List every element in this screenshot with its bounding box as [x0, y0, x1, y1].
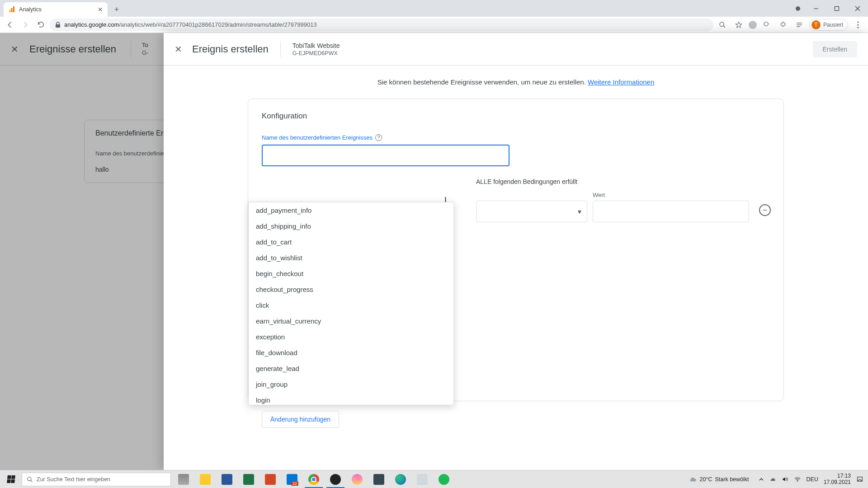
- nav-reload-button[interactable]: [34, 19, 47, 31]
- extension-icon-2[interactable]: [760, 19, 773, 31]
- svg-point-18: [797, 481, 798, 482]
- add-change-button[interactable]: Änderung hinzufügen: [262, 411, 339, 428]
- edge-icon[interactable]: [390, 470, 411, 488]
- svg-line-9: [723, 26, 725, 28]
- create-button[interactable]: Erstellen: [813, 41, 857, 57]
- config-card: Konfiguration Name des benutzerdefiniert…: [248, 99, 784, 401]
- svg-point-8: [720, 22, 724, 26]
- excel-icon[interactable]: [238, 470, 259, 488]
- svg-rect-0: [9, 10, 10, 12]
- search-icon: [27, 476, 33, 483]
- svg-point-16: [28, 477, 31, 480]
- dropdown-list[interactable]: add_payment_infoadd_shipping_infoadd_to_…: [249, 202, 453, 405]
- language-indicator[interactable]: DEU: [807, 476, 818, 483]
- svg-rect-1: [11, 8, 13, 12]
- info-text: Sie können bestehende Ereignisse verwend…: [164, 78, 868, 86]
- taskbar-clock[interactable]: 17:13 17.09.2021: [824, 473, 851, 486]
- value-label: Wert: [593, 192, 605, 198]
- svg-rect-4: [835, 6, 839, 10]
- start-button[interactable]: [0, 470, 22, 488]
- obs-icon[interactable]: [325, 470, 346, 488]
- search-placeholder: Zur Suche Text hier eingeben: [37, 476, 110, 483]
- help-icon[interactable]: ?: [375, 134, 382, 141]
- tab-close-icon[interactable]: ✕: [98, 6, 103, 13]
- tray-chevron-icon[interactable]: [759, 477, 764, 482]
- nav-back-button[interactable]: [4, 19, 16, 31]
- dropdown-option[interactable]: checkout_progress: [249, 282, 453, 297]
- svg-point-13: [857, 21, 859, 23]
- dropdown-option[interactable]: click: [249, 297, 453, 313]
- task-view-button[interactable]: [173, 470, 194, 488]
- browser-tab[interactable]: Analytics ✕: [4, 2, 108, 17]
- extensions-puzzle-icon[interactable]: [777, 19, 789, 31]
- dropdown-option[interactable]: add_to_cart: [249, 234, 453, 250]
- tab-search-icon[interactable]: [796, 6, 800, 11]
- zoom-icon[interactable]: [716, 19, 729, 31]
- property-id: G-EJPMED6PWX: [292, 50, 340, 56]
- profile-chip[interactable]: T Pausiert: [809, 19, 848, 31]
- address-bar[interactable]: analytics.google.com/analytics/web/#/a20…: [50, 19, 713, 31]
- svg-point-14: [857, 24, 859, 25]
- dropdown-option[interactable]: generate_lead: [249, 361, 453, 376]
- notepad-icon[interactable]: [411, 470, 433, 488]
- bookmark-star-icon[interactable]: [732, 19, 745, 31]
- mail-icon[interactable]: 22: [281, 470, 303, 488]
- extension-icon-1[interactable]: [749, 21, 757, 29]
- dropdown-option[interactable]: add_shipping_info: [249, 218, 453, 234]
- dropdown-option[interactable]: add_payment_info: [249, 202, 453, 218]
- volume-icon[interactable]: [782, 476, 788, 483]
- svg-rect-7: [56, 24, 60, 28]
- taskbar-search[interactable]: Zur Suche Text hier eingeben: [22, 473, 171, 486]
- dropdown-option[interactable]: begin_checkout: [249, 266, 453, 282]
- window-close[interactable]: [847, 0, 868, 17]
- new-tab-button[interactable]: +: [110, 3, 123, 16]
- reading-list-icon[interactable]: [793, 19, 806, 31]
- card-title: Konfiguration: [262, 112, 770, 121]
- weather-temp: 20°C: [700, 476, 712, 483]
- chevron-down-icon: ▾: [578, 207, 581, 216]
- chrome-icon[interactable]: [303, 470, 325, 488]
- app-icon-2[interactable]: [368, 470, 390, 488]
- file-explorer-icon[interactable]: [194, 470, 216, 488]
- clock-time: 17:13: [824, 473, 851, 479]
- chrome-menu-icon[interactable]: [852, 19, 864, 31]
- windows-logo-icon: [7, 475, 15, 483]
- notifications-icon[interactable]: [856, 476, 863, 483]
- dropdown-option[interactable]: exception: [249, 329, 453, 345]
- wifi-icon[interactable]: [794, 476, 801, 483]
- lock-icon: [55, 22, 61, 28]
- name-field-label: Name des benutzerdefinierten Ereignisses…: [262, 134, 770, 141]
- svg-rect-2: [13, 6, 14, 12]
- url-host: analytics.google.com: [64, 21, 119, 28]
- window-minimize[interactable]: [806, 0, 826, 17]
- word-icon[interactable]: [216, 470, 238, 488]
- analytics-favicon: [8, 6, 15, 13]
- panel-title: Ereignis erstellen: [192, 43, 269, 55]
- onedrive-icon[interactable]: [769, 476, 776, 483]
- spotify-icon[interactable]: [433, 470, 455, 488]
- event-name-input[interactable]: [262, 145, 509, 166]
- app-icon-1[interactable]: [346, 470, 368, 488]
- profile-status: Pausiert: [823, 22, 843, 28]
- event-name-dropdown: add_payment_infoadd_shipping_infoadd_to_…: [248, 202, 454, 405]
- powerpoint-icon[interactable]: [259, 470, 281, 488]
- url-path: /analytics/web/#/a207770401p286617029/ad…: [119, 21, 316, 28]
- operator-select[interactable]: ▾: [476, 201, 587, 222]
- info-link[interactable]: Weitere Informationen: [588, 78, 654, 86]
- conditions-suffix: ALLE folgenden Bedingungen erfüllt: [476, 178, 577, 185]
- value-input[interactable]: [593, 201, 749, 222]
- dropdown-option[interactable]: add_to_wishlist: [249, 250, 453, 266]
- cloud-icon: [689, 475, 697, 483]
- property-name: TobiTalk Website: [292, 42, 340, 49]
- dropdown-option[interactable]: join_group: [249, 376, 453, 392]
- window-maximize[interactable]: [826, 0, 847, 17]
- windows-taskbar: Zur Suche Text hier eingeben 22 20°C Sta…: [0, 470, 868, 488]
- nav-forward-button[interactable]: [19, 19, 32, 31]
- panel-close-button[interactable]: ✕: [175, 44, 182, 55]
- weather-widget[interactable]: 20°C Stark bewölkt: [689, 475, 749, 483]
- dropdown-option[interactable]: file_download: [249, 345, 453, 361]
- tab-title: Analytics: [19, 6, 42, 13]
- dropdown-option[interactable]: earn_virtual_currency: [249, 313, 453, 329]
- dropdown-option[interactable]: login: [249, 392, 453, 405]
- remove-condition-button[interactable]: −: [759, 204, 771, 216]
